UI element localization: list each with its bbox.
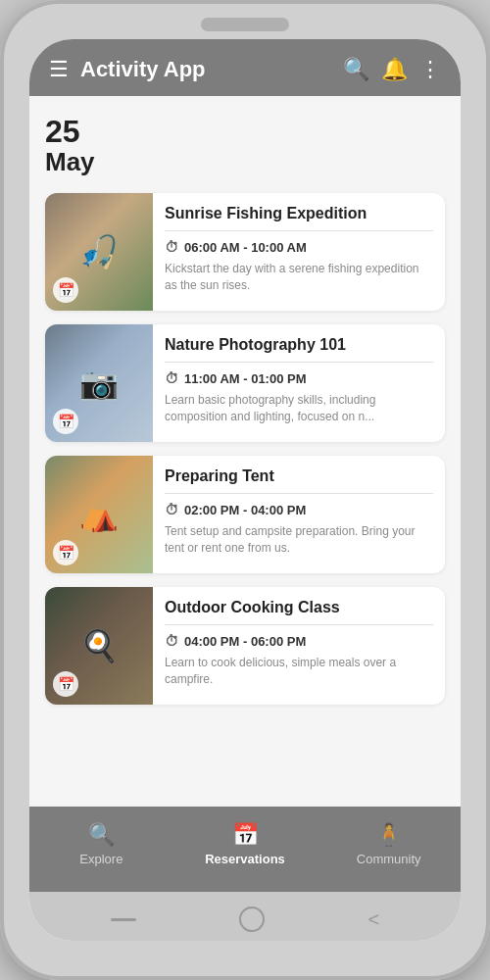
activity-desc-cooking: Learn to cook delicious, simple meals ov… [165,655,433,688]
bottom-nav: 🔍 Explore 📅 Reservations 🧍 Community [29,807,461,892]
main-content: 25 May 📅 Sunrise Fishing Expedition ⏱ 06… [29,96,461,807]
activity-time-fishing: ⏱ 06:00 AM - 10:00 AM [165,239,433,255]
divider-tent [165,493,433,494]
nav-item-explore[interactable]: 🔍 Explore [29,816,173,872]
reservations-icon: 📅 [232,822,259,848]
nav-home-icon [239,906,265,932]
notification-icon[interactable]: 🔔 [381,57,408,82]
activity-card-photography[interactable]: 📅 Nature Photography 101 ⏱ 11:00 AM - 01… [45,324,445,442]
activity-info-photography: Nature Photography 101 ⏱ 11:00 AM - 01:0… [153,324,445,442]
activity-title-tent: Preparing Tent [165,467,433,485]
calendar-badge-photography: 📅 [53,409,78,434]
time-value-fishing: 06:00 AM - 10:00 AM [184,240,307,255]
community-icon: 🧍 [375,822,402,848]
time-value-photography: 11:00 AM - 01:00 PM [184,371,307,386]
activity-list: 📅 Sunrise Fishing Expedition ⏱ 06:00 AM … [45,193,445,705]
nav-label-explore: Explore [79,852,122,866]
activity-title-fishing: Sunrise Fishing Expedition [165,205,433,222]
nav-lines-icon [111,918,136,921]
phone-screen: ☰ Activity App 🔍 🔔 ⋮ 25 May 📅 Sunrise Fi… [29,39,461,941]
divider-fishing [165,230,433,231]
calendar-badge-fishing: 📅 [53,277,78,303]
activity-image-fishing: 📅 [45,193,153,311]
calendar-badge-cooking: 📅 [53,671,78,697]
date-month: May [45,147,445,177]
nav-label-community: Community [357,852,421,866]
activity-time-photography: ⏱ 11:00 AM - 01:00 PM [165,370,433,386]
activity-info-tent: Preparing Tent ⏱ 02:00 PM - 04:00 PM Ten… [153,456,445,573]
activity-desc-photography: Learn basic photography skills, includin… [165,392,433,425]
search-icon[interactable]: 🔍 [343,57,369,82]
activity-title-cooking: Outdoor Cooking Class [165,599,433,616]
app-title: Activity App [80,57,331,82]
top-bar: ☰ Activity App 🔍 🔔 ⋮ [29,39,461,96]
device-nav-bar: < [29,892,461,941]
phone-notch [201,18,289,31]
activity-desc-tent: Tent setup and campsite preparation. Bri… [165,523,433,557]
phone-shell: ☰ Activity App 🔍 🔔 ⋮ 25 May 📅 Sunrise Fi… [0,0,490,980]
activity-desc-fishing: Kickstart the day with a serene fishing … [165,261,433,294]
activity-card-fishing[interactable]: 📅 Sunrise Fishing Expedition ⏱ 06:00 AM … [45,193,445,311]
explore-icon: 🔍 [88,822,115,848]
clock-icon-tent: ⏱ [165,502,178,517]
divider-photography [165,362,433,363]
divider-cooking [165,624,433,625]
activity-image-tent: 📅 [45,456,153,573]
activity-title-photography: Nature Photography 101 [165,336,433,354]
activity-time-cooking: ⏱ 04:00 PM - 06:00 PM [165,633,433,649]
activity-image-photography: 📅 [45,324,153,442]
time-value-cooking: 04:00 PM - 06:00 PM [184,634,306,649]
calendar-badge-tent: 📅 [53,540,78,565]
date-day: 25 [45,116,445,147]
clock-icon-cooking: ⏱ [165,633,178,649]
nav-item-reservations[interactable]: 📅 Reservations [173,816,318,872]
activity-info-cooking: Outdoor Cooking Class ⏱ 04:00 PM - 06:00… [153,587,445,705]
activity-card-tent[interactable]: 📅 Preparing Tent ⏱ 02:00 PM - 04:00 PM T… [45,456,445,573]
nav-label-reservations: Reservations [205,852,285,866]
time-value-tent: 02:00 PM - 04:00 PM [184,503,306,517]
activity-info-fishing: Sunrise Fishing Expedition ⏱ 06:00 AM - … [153,193,445,311]
activity-image-cooking: 📅 [45,587,153,705]
activity-card-cooking[interactable]: 📅 Outdoor Cooking Class ⏱ 04:00 PM - 06:… [45,587,445,705]
nav-item-community[interactable]: 🧍 Community [317,816,461,872]
menu-icon[interactable]: ☰ [49,57,69,82]
clock-icon-fishing: ⏱ [165,239,178,255]
date-header: 25 May [45,116,445,177]
activity-time-tent: ⏱ 02:00 PM - 04:00 PM [165,502,433,517]
nav-back-icon: < [368,908,380,931]
clock-icon-photography: ⏱ [165,370,178,386]
more-icon[interactable]: ⋮ [419,57,441,82]
